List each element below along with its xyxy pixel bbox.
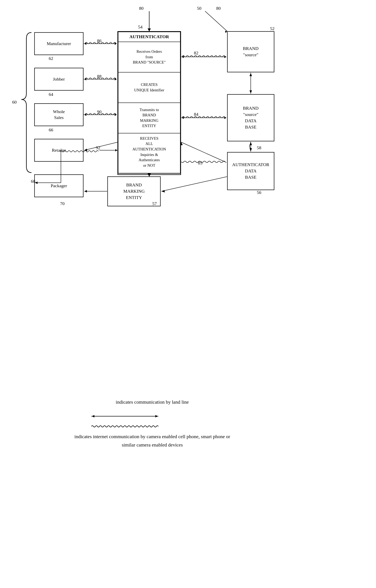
ref-62: 62 — [49, 56, 53, 61]
auth-section-1: Receives OrdersfromBRAND "SOURCE" — [118, 42, 180, 73]
ref-66: 66 — [49, 127, 53, 133]
svg-marker-28 — [182, 56, 184, 58]
svg-marker-50 — [84, 149, 87, 151]
ref-90: 90 — [97, 109, 102, 115]
svg-line-51 — [205, 11, 227, 32]
ref-86: 86 — [97, 38, 102, 43]
svg-marker-39 — [250, 142, 252, 145]
svg-marker-34 — [250, 73, 252, 76]
svg-marker-32 — [224, 116, 226, 119]
ref-58: 58 — [257, 145, 261, 150]
ref-64: 64 — [49, 92, 53, 97]
svg-marker-29 — [224, 56, 226, 58]
brand-source-db-box: BRAND"source"DATABASE — [227, 94, 274, 141]
ref-84: 84 — [194, 112, 198, 117]
svg-marker-14 — [148, 28, 151, 32]
ref-92: 92 — [96, 145, 100, 150]
svg-line-45 — [161, 177, 227, 191]
authenticator-db-box: AUTHENTICATORDATABASE — [227, 152, 274, 190]
ref-50: 50 — [197, 6, 201, 11]
brand-marking-entity-box: BRANDMARKINGENTITY — [108, 177, 160, 206]
diagram-container: 80 54 50 80 52 86 82 62 88 64 84 90 60 6… — [0, 0, 376, 588]
packager-label: Packager — [34, 175, 83, 197]
ref-88: 88 — [97, 74, 102, 79]
ref-54: 54 — [138, 24, 143, 30]
svg-marker-42 — [148, 174, 151, 177]
authenticator-box: AUTHENTICATOR Receives OrdersfromBRAND "… — [118, 32, 181, 174]
svg-marker-22 — [84, 114, 86, 116]
land-line-desc: indicates communication by land line — [71, 398, 233, 406]
retailer-label: Retailer — [34, 139, 83, 161]
svg-marker-48 — [115, 149, 117, 151]
auth-section-2: CREATESUNIQUE Identifier — [118, 73, 180, 103]
svg-marker-23 — [115, 114, 117, 116]
ref-85: 85 — [198, 160, 202, 166]
svg-marker-44 — [84, 190, 87, 192]
auth-section-4: RECEIVESALLAUTHENTICATIONInquiries &Auth… — [118, 133, 180, 171]
svg-marker-16 — [84, 42, 86, 45]
ref-60: 60 — [12, 99, 17, 105]
ref-80-right: 80 — [216, 6, 221, 11]
svg-marker-20 — [115, 78, 117, 80]
svg-marker-40 — [250, 148, 252, 151]
manufacturer-label: Manufacturer — [34, 32, 83, 55]
ref-52: 52 — [270, 26, 274, 31]
internet-desc: indicates internet communication by came… — [71, 432, 233, 449]
ref-70: 70 — [60, 201, 64, 206]
svg-marker-52 — [225, 31, 227, 33]
ref-82: 82 — [194, 50, 198, 56]
legend: indicates communication by land line — [71, 398, 233, 406]
svg-marker-35 — [250, 90, 252, 93]
svg-line-49 — [84, 142, 118, 150]
auth-section-3: Transmits toBRANDMARKINGENTITY — [118, 103, 180, 133]
svg-line-36 — [181, 142, 226, 162]
svg-marker-54 — [92, 415, 94, 418]
jobber-label: Jobber — [34, 68, 83, 90]
brand-source-box: BRAND"source" — [227, 32, 274, 72]
svg-marker-31 — [182, 116, 184, 119]
svg-marker-17 — [115, 42, 117, 45]
authenticator-title: AUTHENTICATOR — [118, 32, 180, 42]
svg-marker-46 — [161, 190, 165, 192]
svg-marker-19 — [84, 78, 86, 80]
ref-80-top: 80 — [139, 6, 144, 11]
svg-marker-55 — [155, 415, 158, 418]
legend-internet: indicates internet communication by came… — [71, 432, 233, 449]
ref-56: 56 — [257, 190, 261, 195]
wholesales-label: WholeSales — [34, 104, 83, 126]
